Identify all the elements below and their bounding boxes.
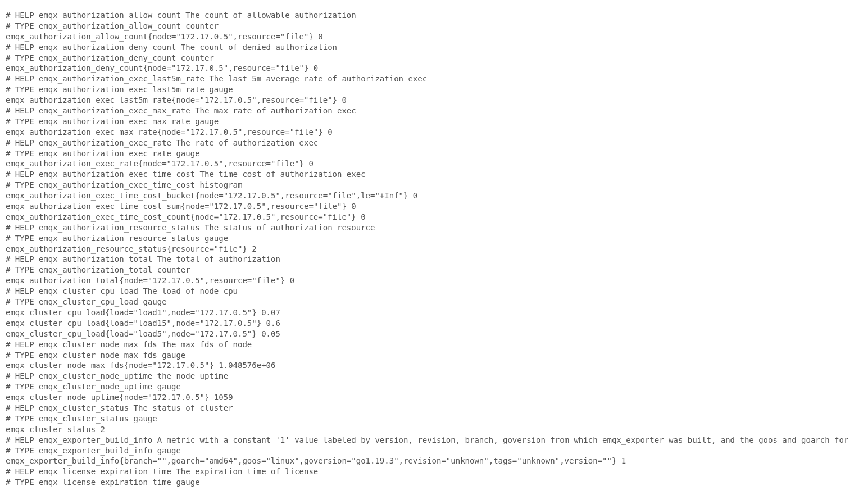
metrics-line: # TYPE emqx_authorization_total counter (6, 265, 848, 275)
metrics-line: # HELP emqx_authorization_resource_statu… (6, 223, 848, 233)
metrics-line: emqx_authorization_allow_count{node="172… (6, 31, 848, 42)
metrics-line: emqx_cluster_cpu_load{load="load15",node… (6, 318, 848, 329)
metrics-line: # TYPE emqx_authorization_resource_statu… (6, 233, 848, 244)
metrics-line: emqx_cluster_cpu_load{load="load1",node=… (6, 307, 848, 318)
metrics-line: # HELP emqx_authorization_total The tota… (6, 254, 848, 265)
metrics-line: # TYPE emqx_cluster_node_uptime gauge (6, 382, 848, 392)
metrics-line: # HELP emqx_exporter_build_info A metric… (6, 435, 848, 446)
metrics-line: # TYPE emqx_cluster_node_max_fds gauge (6, 350, 848, 361)
metrics-line: # HELP emqx_authorization_exec_rate The … (6, 138, 848, 148)
metrics-line: # HELP emqx_authorization_exec_max_rate … (6, 106, 848, 116)
metrics-line: emqx_authorization_total{node="172.17.0.… (6, 275, 848, 286)
metrics-line: # HELP emqx_cluster_node_max_fds The max… (6, 339, 848, 350)
metrics-line: # HELP emqx_authorization_exec_time_cost… (6, 169, 848, 180)
metrics-line: # HELP emqx_license_expiration_time The … (6, 466, 848, 477)
metrics-line: emqx_authorization_exec_time_cost_bucket… (6, 190, 848, 201)
metrics-line: # TYPE emqx_exporter_build_info gauge (6, 446, 848, 456)
metrics-line: # HELP emqx_authorization_deny_count The… (6, 42, 848, 53)
metrics-line: # HELP emqx_cluster_node_uptime the node… (6, 371, 848, 382)
metrics-line: emqx_exporter_build_info{branch="",goarc… (6, 456, 848, 466)
metrics-line: # TYPE emqx_authorization_exec_rate gaug… (6, 148, 848, 159)
metrics-line: emqx_authorization_exec_rate{node="172.1… (6, 158, 848, 169)
metrics-line: # TYPE emqx_authorization_deny_count cou… (6, 53, 848, 63)
metrics-line: emqx_authorization_exec_max_rate{node="1… (6, 127, 848, 138)
metrics-line: # TYPE emqx_cluster_status gauge (6, 414, 848, 424)
metrics-line: emqx_authorization_exec_time_cost_count{… (6, 212, 848, 223)
metrics-line: # TYPE emqx_authorization_exec_time_cost… (6, 180, 848, 190)
metrics-line: # TYPE emqx_license_expiration_time gaug… (6, 477, 848, 488)
metrics-line: # TYPE emqx_authorization_exec_last5m_ra… (6, 84, 848, 95)
metrics-line: # HELP emqx_authorization_allow_count Th… (6, 10, 848, 21)
metrics-line: emqx_cluster_node_max_fds{node="172.17.0… (6, 360, 848, 371)
metrics-line: # TYPE emqx_cluster_cpu_load gauge (6, 297, 848, 307)
metrics-line: # HELP emqx_cluster_status The status of… (6, 403, 848, 414)
metrics-line: # HELP emqx_cluster_cpu_load The load of… (6, 286, 848, 297)
metrics-line: # TYPE emqx_authorization_allow_count co… (6, 21, 848, 31)
metrics-line: emqx_authorization_resource_status{resou… (6, 244, 848, 255)
metrics-line: # HELP emqx_authorization_exec_last5m_ra… (6, 74, 848, 84)
prometheus-metrics-text: # HELP emqx_authorization_allow_count Th… (6, 10, 848, 488)
metrics-line: emqx_cluster_node_uptime{node="172.17.0.… (6, 392, 848, 403)
metrics-line: emqx_cluster_cpu_load{load="load5",node=… (6, 329, 848, 339)
metrics-line: # TYPE emqx_authorization_exec_max_rate … (6, 116, 848, 127)
metrics-line: emqx_authorization_deny_count{node="172.… (6, 63, 848, 74)
metrics-line: emqx_authorization_exec_last5m_rate{node… (6, 95, 848, 106)
metrics-line: emqx_authorization_exec_time_cost_sum{no… (6, 201, 848, 212)
metrics-line: emqx_cluster_status 2 (6, 424, 848, 435)
